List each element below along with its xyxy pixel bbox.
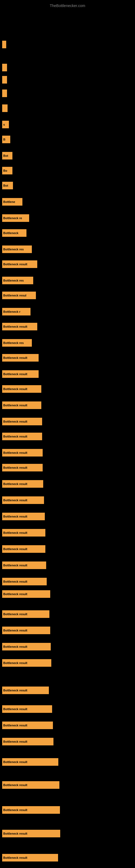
site-title: TheBottlenecker.com bbox=[0, 1, 135, 10]
bottleneck-bar bbox=[2, 76, 7, 84]
bottleneck-bar: Bottleneck result bbox=[2, 385, 41, 393]
bottleneck-label: Bottleneck result bbox=[3, 547, 27, 551]
bottleneck-label: s bbox=[3, 123, 5, 126]
bottleneck-bar: Bottleneck result bbox=[2, 401, 41, 409]
bottleneck-bar: Bottleneck result bbox=[2, 480, 43, 488]
bottleneck-label: Bottleneck result bbox=[3, 531, 27, 534]
bottleneck-label: Bottleneck result bbox=[3, 262, 27, 266]
bottleneck-label: Bottleneck result bbox=[3, 372, 27, 376]
bottleneck-label: Bottleneck result bbox=[3, 325, 27, 328]
bottleneck-bar: Bottleneck result bbox=[2, 323, 37, 330]
bottleneck-bar: Bot bbox=[2, 182, 13, 189]
bottleneck-bar: s bbox=[2, 121, 9, 128]
bottleneck-label: Bottleneck re bbox=[3, 216, 22, 220]
bottleneck-bar bbox=[2, 104, 8, 112]
bottleneck-label: Bottleneck result bbox=[3, 832, 27, 835]
bottleneck-bar: Bottleneck result bbox=[2, 806, 60, 814]
bottleneck-bar: Bottleneck result bbox=[2, 686, 49, 694]
bottleneck-bar: Bottleneck result bbox=[2, 627, 50, 634]
bottleneck-bar: Bottleneck result bbox=[2, 354, 39, 362]
bottleneck-bar: Bot bbox=[2, 152, 12, 159]
bottleneck-bar: Bottleneck res bbox=[2, 339, 32, 347]
bottleneck-bar: Bottleneck re bbox=[2, 214, 29, 222]
bottleneck-bar: Bottleneck result bbox=[2, 561, 46, 569]
bottleneck-label: Bottleneck res bbox=[3, 341, 24, 344]
bottleneck-bar: Bottleneck result bbox=[2, 610, 49, 618]
bottleneck-label: Bottleneck r bbox=[3, 310, 20, 313]
bottleneck-bar: Bottlene bbox=[2, 198, 22, 206]
bottleneck-bar: Bottleneck result bbox=[2, 738, 53, 745]
bottleneck-label: Bottleneck result bbox=[3, 482, 27, 486]
bottleneck-label: Bottleneck result bbox=[3, 724, 27, 727]
bottleneck-bar: Bo bbox=[2, 167, 12, 175]
bottleneck-label: Bottleneck result bbox=[3, 451, 27, 454]
bottleneck-label: Bottleneck result bbox=[3, 515, 27, 518]
bottleneck-bar: Bottleneck res bbox=[2, 246, 32, 253]
bottleneck-bar: Bottleneck result bbox=[2, 830, 60, 837]
bottleneck-label: Bottleneck res bbox=[3, 279, 24, 282]
bottleneck-bar bbox=[2, 90, 7, 97]
bottleneck-bar: Bottleneck r bbox=[2, 308, 31, 315]
bottleneck-bar bbox=[2, 64, 7, 71]
bottleneck-label: Bottleneck result bbox=[3, 420, 27, 423]
bottleneck-bar: Bottleneck result bbox=[2, 659, 51, 667]
bottleneck-bar: Bottleneck res bbox=[2, 277, 33, 284]
bottleneck-bar bbox=[2, 41, 6, 48]
bottleneck-label: Bot bbox=[3, 184, 8, 187]
bottleneck-bar: Bottleneck result bbox=[2, 643, 51, 650]
bottleneck-label: Bottleneck result bbox=[3, 661, 27, 664]
bottleneck-label: Bottleneck result bbox=[3, 808, 27, 812]
bottleneck-label: Bottleneck result bbox=[3, 564, 27, 567]
bottleneck-label: Bottleneck res bbox=[3, 248, 24, 251]
bottleneck-bar: Bottleneck result bbox=[2, 854, 58, 862]
bottleneck-label: Bottleneck result bbox=[3, 404, 27, 407]
bottleneck-label: Bottleneck result bbox=[3, 707, 27, 711]
bottleneck-bar: B bbox=[2, 135, 10, 143]
bottleneck-label: Bottleneck result bbox=[3, 388, 27, 391]
bottleneck-label: Bottleneck result bbox=[3, 356, 27, 360]
bottleneck-bar: Bottleneck bbox=[2, 229, 27, 237]
bottleneck-bar: Bottleneck result bbox=[2, 578, 47, 585]
bottleneck-label: Bottleneck result bbox=[3, 466, 27, 469]
bottleneck-label: Bottleneck result bbox=[3, 760, 27, 764]
bottleneck-bar: Bottleneck result bbox=[2, 781, 59, 789]
bottleneck-bar: Bottleneck result bbox=[2, 513, 45, 520]
bottleneck-label: Bottleneck result bbox=[3, 613, 27, 616]
bottleneck-bar: Bottleneck result bbox=[2, 433, 42, 440]
bottleneck-bar: Bottleneck result bbox=[2, 370, 39, 378]
bottleneck-label: Bottleneck result bbox=[3, 435, 27, 438]
bottleneck-label: Bottleneck result bbox=[3, 580, 27, 583]
bottleneck-label: Bottleneck result bbox=[3, 740, 27, 743]
bottleneck-label: Bottleneck result bbox=[3, 689, 27, 692]
bottleneck-label: Bottleneck result bbox=[3, 629, 27, 632]
bottleneck-label: Bottleneck result bbox=[3, 499, 27, 502]
bottleneck-label: Bottleneck result bbox=[3, 783, 27, 786]
bottleneck-bar: Bottleneck result bbox=[2, 464, 43, 471]
bottleneck-bar: Bottleneck result bbox=[2, 705, 52, 713]
bottleneck-bar: Bottleneck result bbox=[2, 758, 58, 766]
bottleneck-label: Bottleneck resul bbox=[3, 294, 27, 297]
bottleneck-bar: Bottleneck result bbox=[2, 721, 53, 729]
bottleneck-label: Bo bbox=[3, 169, 7, 172]
bottleneck-label: Bottlene bbox=[3, 200, 15, 204]
bottleneck-bar: Bottleneck result bbox=[2, 260, 37, 268]
bottleneck-bar: Bottleneck result bbox=[2, 590, 50, 598]
bottleneck-label: Bottleneck result bbox=[3, 645, 27, 648]
bottleneck-bar: Bottleneck result bbox=[2, 545, 45, 553]
bottleneck-bar: Bottleneck result bbox=[2, 496, 44, 504]
bottleneck-label: B bbox=[3, 138, 5, 141]
bottleneck-bar: Bottleneck resul bbox=[2, 291, 36, 299]
bottleneck-label: Bottleneck bbox=[3, 231, 18, 235]
bottleneck-bar: Bottleneck result bbox=[2, 418, 42, 425]
bottleneck-label: Bottleneck result bbox=[3, 856, 27, 859]
bottleneck-label: Bot bbox=[3, 154, 8, 157]
bottleneck-bar: Bottleneck result bbox=[2, 529, 45, 536]
bottleneck-label: Bottleneck result bbox=[3, 592, 27, 596]
bottleneck-bar: Bottleneck result bbox=[2, 449, 43, 457]
